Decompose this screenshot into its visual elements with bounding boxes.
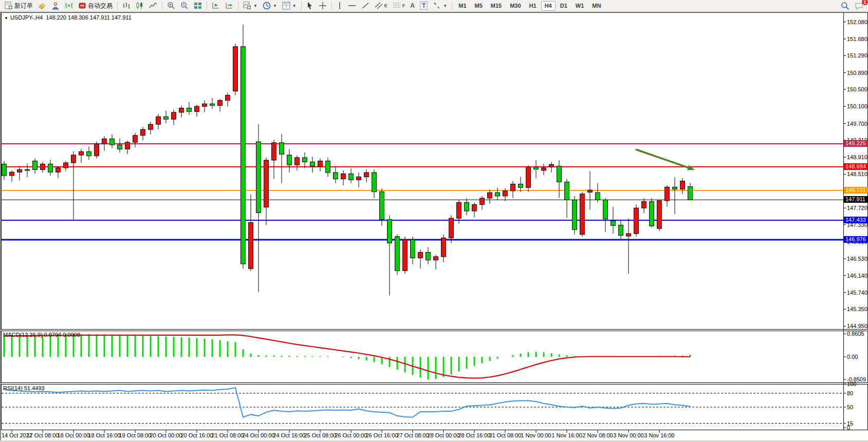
- candlestick-chart-type-button[interactable]: [133, 1, 146, 11]
- rsi-tick-label: 50: [847, 404, 868, 410]
- auto-scroll-button[interactable]: [209, 1, 223, 11]
- arrows-icon: [433, 2, 441, 10]
- cursor-icon: [306, 2, 313, 10]
- time-tick-label: 26 Oct 00:00: [335, 432, 367, 438]
- time-tick-label: 1 Nov 16:00: [551, 432, 582, 438]
- market-watch-button[interactable]: [35, 1, 49, 11]
- price-line-label[interactable]: 146.976: [844, 236, 868, 243]
- text-label-tool-button[interactable]: T: [417, 1, 430, 11]
- fibonacci-tool-button[interactable]: F: [390, 1, 408, 11]
- template-icon: [282, 2, 290, 10]
- new-order-button[interactable]: 新订单: [2, 1, 35, 11]
- crosshair-icon: [319, 2, 327, 10]
- price-tick-label: 151.290: [847, 52, 868, 59]
- chevron-down-icon: ▼: [443, 4, 447, 8]
- clock-icon: [263, 2, 271, 10]
- price-line-label[interactable]: 147.911: [844, 196, 868, 203]
- window-left-edge: [0, 12, 1, 440]
- zoom-in-button[interactable]: [164, 1, 178, 11]
- price-tick-label: 150.100: [847, 103, 868, 109]
- time-tick-label: 31 Oct 08:00: [489, 432, 522, 438]
- macd-tick-label: 0.00: [847, 354, 868, 360]
- time-tick-label: 20 Oct 00:00: [150, 432, 182, 438]
- rsi-pane[interactable]: [1, 384, 868, 430]
- text-tool-button[interactable]: A: [408, 1, 417, 11]
- time-tick-label: 25 Oct 08:00: [304, 432, 337, 438]
- vertical-line-tool-button[interactable]: [334, 1, 345, 11]
- search-button[interactable]: [838, 1, 852, 11]
- time-tick-label: 17 Oct 08:00: [27, 432, 59, 438]
- arrows-tool-button[interactable]: ▼: [430, 1, 450, 11]
- toolbar-separator: [162, 2, 162, 10]
- zoom-out-button[interactable]: [178, 1, 191, 11]
- timeframe-button-h4[interactable]: H4: [541, 1, 556, 11]
- channel-tool-button[interactable]: E: [372, 1, 390, 11]
- price-tick-label: 150.500: [847, 86, 868, 92]
- price-tick-label: 152.080: [847, 19, 868, 25]
- price-line-label[interactable]: 148.131: [844, 187, 868, 194]
- auto-trading-label: 自动交易: [88, 2, 113, 10]
- timeframe-button-m5[interactable]: M5: [471, 1, 486, 11]
- periods-button[interactable]: ▼: [260, 1, 280, 11]
- timeframe-button-m1[interactable]: M1: [455, 1, 470, 11]
- chart-shift-button[interactable]: [223, 1, 236, 11]
- price-line-label[interactable]: 148.684: [844, 163, 868, 170]
- line-chart-type-button[interactable]: [146, 1, 160, 11]
- tile-windows-button[interactable]: [191, 1, 205, 11]
- fibonacci-icon: [393, 2, 401, 10]
- macd-pane[interactable]: [1, 331, 868, 383]
- collapse-triangle-icon[interactable]: ▼: [4, 16, 8, 21]
- indicators-button[interactable]: ▼: [241, 1, 260, 11]
- bar-chart-type-button[interactable]: [120, 1, 133, 11]
- chart-window[interactable]: ▼USDJPY-,H4 148.220 148.306 147.911 147.…: [0, 12, 868, 442]
- time-tick-label: 27 Oct 08:00: [397, 432, 429, 438]
- timeframe-group: M1M5M15M30H1H4D1W1MN: [454, 1, 605, 11]
- vertical-line-icon: [337, 2, 343, 10]
- timeframe-button-w1[interactable]: W1: [572, 1, 588, 11]
- cursor-tool-button[interactable]: [304, 1, 316, 11]
- price-tick-label: 148.510: [847, 171, 868, 177]
- auto-scroll-icon: [212, 2, 220, 10]
- trendline-tool-button[interactable]: [359, 1, 372, 11]
- price-line-label[interactable]: 149.225: [844, 140, 868, 147]
- time-tick-label: 24 Oct 00:00: [243, 432, 275, 438]
- auto-trading-button[interactable]: 自动交易: [76, 1, 115, 11]
- time-tick-label: 19 Oct 08:00: [119, 432, 152, 438]
- notifications-button[interactable]: 1: [852, 1, 866, 11]
- templates-button[interactable]: ▼: [280, 1, 299, 11]
- rsi-tick-label: 80: [847, 390, 868, 396]
- channel-icon: [375, 2, 383, 10]
- toolbar-separator: [207, 2, 207, 10]
- horizontal-line-icon: [348, 2, 356, 10]
- price-tick-label: 146.140: [847, 273, 868, 279]
- timeframe-button-m30[interactable]: M30: [506, 1, 524, 11]
- fibonacci-letter: F: [402, 3, 405, 8]
- profile-button[interactable]: [49, 1, 62, 11]
- indicators-icon: [243, 2, 251, 10]
- price-pane[interactable]: [1, 12, 868, 330]
- price-tick-label: 145.350: [847, 306, 868, 312]
- search-icon: [841, 2, 849, 10]
- timeframe-button-mn[interactable]: MN: [588, 1, 604, 11]
- toolbar-separator: [301, 2, 302, 10]
- timeframe-button-h1[interactable]: H1: [526, 1, 540, 11]
- auto-trading-icon: [78, 2, 86, 10]
- toolbar-separator: [452, 2, 452, 10]
- crosshair-tool-button[interactable]: [316, 1, 329, 11]
- new-order-icon: [5, 2, 13, 10]
- channel-letter: E: [384, 3, 387, 8]
- price-tick-label: 149.700: [847, 121, 868, 127]
- horizontal-line-tool-button[interactable]: [345, 1, 359, 11]
- toolbar-separator: [117, 2, 118, 10]
- time-tick-label: 26 Oct 16:00: [366, 432, 398, 438]
- timeframe-button-m15[interactable]: M15: [487, 1, 505, 11]
- price-line-label[interactable]: 147.433: [844, 217, 868, 223]
- new-order-label: 新订单: [14, 2, 33, 10]
- macd-indicator-label: MACD(12,26,9) 0.0794 0.0008: [3, 332, 80, 338]
- timeframe-button-d1[interactable]: D1: [557, 1, 571, 11]
- trendline-icon: [361, 2, 370, 10]
- signal-icon: [65, 2, 73, 10]
- time-tick-label: 1 Nov 00:00: [521, 432, 551, 438]
- toolbar: 新订单 自动交易 ▼ ▼: [0, 0, 868, 12]
- signals-button[interactable]: [62, 1, 76, 11]
